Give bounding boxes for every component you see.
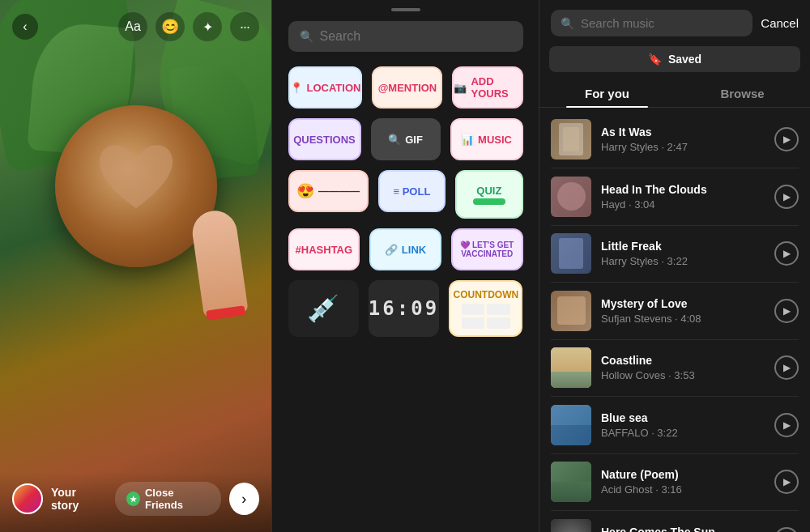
gif-sticker[interactable]: 🔍 GIF	[371, 118, 441, 160]
drag-handle[interactable]	[391, 8, 420, 11]
link-icon: 🔗	[385, 244, 398, 256]
your-story-button[interactable]: Your story	[51, 486, 103, 512]
sparkle-tool-button[interactable]: ✦	[193, 12, 222, 41]
sticker-grid: 📍 LOCATION @MENTION 📷 ADD YOURS QUESTION…	[288, 66, 523, 532]
poll-sticker[interactable]: ≡ POLL	[378, 170, 446, 212]
music-title: Head In The Clouds	[601, 183, 765, 196]
story-top-bar: ‹ Aa 😊 ✦ ···	[0, 0, 271, 49]
next-button[interactable]: ›	[229, 483, 259, 515]
music-info-as-it-was: As It Was Harry Styles · 2:47	[601, 126, 765, 153]
music-thumb-mystery	[551, 291, 591, 331]
music-artist: Acid Ghost · 3:16	[601, 483, 765, 496]
location-sticker[interactable]: 📍 LOCATION	[288, 66, 363, 109]
music-info-blue-sea: Blue sea BAFFALO · 3:22	[601, 411, 765, 439]
text-tool-button[interactable]: Aa	[118, 12, 147, 41]
music-title: Here Comes The Sun	[601, 526, 765, 533]
play-button[interactable]: ▶	[774, 527, 799, 533]
music-label: MUSIC	[478, 134, 512, 146]
questions-label: QUESTIONS	[293, 134, 356, 146]
injection-icon: 💉	[307, 293, 339, 324]
saved-label: Saved	[668, 53, 701, 66]
music-info-mystery: Mystery of Love Sufjan Stevens · 4:08	[601, 297, 765, 325]
story-tools: Aa 😊 ✦ ···	[118, 12, 259, 41]
music-item-mystery-of-love[interactable]: Mystery of Love Sufjan Stevens · 4:08 ▶	[539, 283, 810, 339]
left-panel: ‹ Aa 😊 ✦ ··· Your story ★ Close Friends …	[0, 0, 271, 532]
sticker-picker-panel: 🔍 📍 LOCATION @MENTION 📷 ADD YOURS QUESTI…	[271, 0, 539, 532]
slider-sticker[interactable]: 😍 ────	[288, 170, 369, 212]
hashtag-sticker[interactable]: #HASHTAG	[288, 228, 360, 270]
story-bottom-bar: Your story ★ Close Friends ›	[0, 472, 271, 532]
music-artist: Hollow Coves · 3:53	[601, 369, 765, 381]
music-item-coastline[interactable]: Coastline Hollow Coves · 3:53 ▶	[539, 339, 810, 396]
countdown-sticker[interactable]: COUNTDOWN	[449, 280, 522, 337]
mention-label: @MENTION	[378, 82, 437, 94]
sticker-row-5: 💉 16:09 COUNTDOWN	[288, 280, 523, 337]
play-button[interactable]: ▶	[774, 185, 799, 209]
music-title: Mystery of Love	[601, 297, 765, 310]
music-list: As It Was Harry Styles · 2:47 ▶ Head In …	[539, 111, 810, 532]
search-icon-gif: 🔍	[388, 134, 401, 146]
link-sticker[interactable]: 🔗 LINK	[369, 228, 441, 270]
play-button[interactable]: ▶	[774, 127, 799, 151]
link-label: LINK	[402, 244, 426, 256]
close-friends-icon: ★	[126, 492, 140, 506]
camera-icon: 📷	[454, 82, 467, 94]
music-thumb-coastline	[551, 347, 591, 388]
sticker-tool-button[interactable]: 😊	[156, 12, 185, 41]
tab-browse[interactable]: Browse	[675, 79, 810, 107]
hashtag-label: #HASHTAG	[296, 244, 353, 256]
music-sticker[interactable]: 📊 MUSIC	[450, 118, 523, 160]
music-info-nature: Nature (Poem) Acid Ghost · 3:16	[601, 468, 765, 496]
music-item-nature-poem[interactable]: Nature (Poem) Acid Ghost · 3:16 ▶	[539, 453, 810, 510]
music-search-area: 🔍 Cancel	[539, 0, 810, 46]
more-tool-button[interactable]: ···	[230, 12, 259, 41]
music-item-blue-sea[interactable]: Blue sea BAFFALO · 3:22 ▶	[539, 397, 810, 453]
slider-icon: 😍 ────	[296, 182, 360, 200]
music-item-here-comes-sun[interactable]: Here Comes The Sun The Beatles · 3:05 ▶	[539, 511, 810, 533]
back-button[interactable]: ‹	[12, 14, 38, 40]
play-button[interactable]: ▶	[774, 413, 799, 437]
quiz-label: QUIZ	[476, 185, 501, 197]
cancel-button[interactable]: Cancel	[761, 16, 799, 30]
music-artist: BAFFALO · 3:22	[601, 427, 765, 439]
search-icon: 🔍	[561, 17, 574, 30]
quiz-sticker[interactable]: QUIZ	[455, 170, 522, 219]
vaccinated-sticker[interactable]: 💜 LET'S GET VACCINATED	[451, 228, 523, 270]
music-artist: Sufjan Stevens · 4:08	[601, 313, 765, 325]
countdown-label: COUNTDOWN	[453, 289, 518, 300]
music-search-input[interactable]	[581, 16, 743, 30]
sticker-row-2: QUESTIONS 🔍 GIF 📊 MUSIC	[288, 118, 523, 160]
music-search-wrapper[interactable]: 🔍	[551, 10, 752, 36]
saved-button[interactable]: 🔖 Saved	[549, 46, 800, 72]
play-button[interactable]: ▶	[774, 470, 799, 494]
search-icon: 🔍	[300, 30, 313, 43]
add-yours-sticker[interactable]: 📷 ADD YOURS	[452, 66, 522, 109]
mention-sticker[interactable]: @MENTION	[372, 66, 442, 109]
music-thumb-nature	[551, 462, 591, 502]
bookmark-icon: 🔖	[648, 53, 662, 66]
close-friends-button[interactable]: ★ Close Friends	[115, 482, 220, 516]
sticker-search-input[interactable]	[320, 29, 512, 44]
music-title: Blue sea	[601, 411, 765, 424]
play-button[interactable]: ▶	[774, 241, 799, 266]
music-info-here-comes-sun: Here Comes The Sun The Beatles · 3:05	[601, 526, 765, 533]
play-button[interactable]: ▶	[774, 355, 799, 380]
questions-sticker[interactable]: QUESTIONS	[288, 118, 361, 160]
music-item-as-it-was[interactable]: As It Was Harry Styles · 2:47 ▶	[539, 111, 810, 168]
music-item-head-in-clouds[interactable]: Head In The Clouds Hayd · 3:04 ▶	[539, 168, 810, 225]
music-artist: Harry Styles · 3:22	[601, 255, 765, 267]
injection-sticker[interactable]: 💉	[288, 280, 359, 337]
music-title: Nature (Poem)	[601, 468, 765, 481]
music-thumb-beatles	[551, 519, 591, 533]
tab-for-you[interactable]: For you	[539, 79, 675, 107]
countdown-timer-sticker[interactable]: 16:09	[369, 280, 439, 337]
add-yours-label: ADD YOURS	[471, 75, 521, 100]
close-friends-label: Close Friends	[145, 487, 210, 511]
music-bars-icon: 📊	[461, 134, 474, 146]
play-button[interactable]: ▶	[774, 299, 799, 323]
music-info-head-clouds: Head In The Clouds Hayd · 3:04	[601, 183, 765, 211]
music-thumb-little-freak	[551, 233, 591, 274]
avatar	[12, 483, 43, 514]
music-item-little-freak[interactable]: Little Freak Harry Styles · 3:22 ▶	[539, 225, 810, 282]
sticker-search-bar[interactable]: 🔍	[288, 21, 523, 52]
